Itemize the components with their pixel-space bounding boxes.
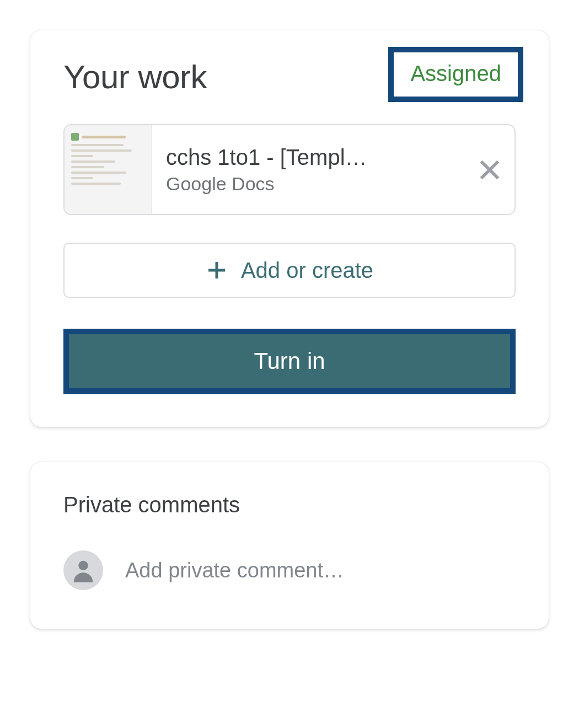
- status-badge: Assigned: [388, 47, 523, 102]
- private-comment-input[interactable]: [125, 559, 516, 582]
- comment-input-row: [63, 550, 516, 590]
- attachment-title: cchs 1to1 - [Templ…: [166, 145, 465, 170]
- plus-icon: [206, 259, 228, 281]
- add-or-create-label: Add or create: [241, 258, 373, 283]
- close-icon: [477, 157, 502, 183]
- attachment-row[interactable]: cchs 1to1 - [Templ… Google Docs: [63, 124, 516, 215]
- turn-in-label: Turn in: [254, 348, 325, 374]
- document-thumbnail-icon: [65, 125, 152, 214]
- svg-point-4: [78, 561, 88, 570]
- remove-attachment-button[interactable]: [465, 157, 514, 183]
- user-avatar-icon: [63, 550, 103, 590]
- attachment-subtitle: Google Docs: [166, 173, 465, 195]
- add-or-create-button[interactable]: Add or create: [63, 243, 516, 298]
- turn-in-button[interactable]: Turn in: [63, 329, 516, 394]
- your-work-title: Your work: [63, 58, 207, 96]
- attachment-text: cchs 1to1 - [Templ… Google Docs: [152, 145, 465, 195]
- your-work-header: Your work Assigned: [63, 58, 516, 102]
- private-comments-card: Private comments: [30, 462, 549, 629]
- private-comments-title: Private comments: [63, 493, 516, 517]
- your-work-card: Your work Assigned cchs 1to1 - [Templ… G…: [30, 30, 549, 427]
